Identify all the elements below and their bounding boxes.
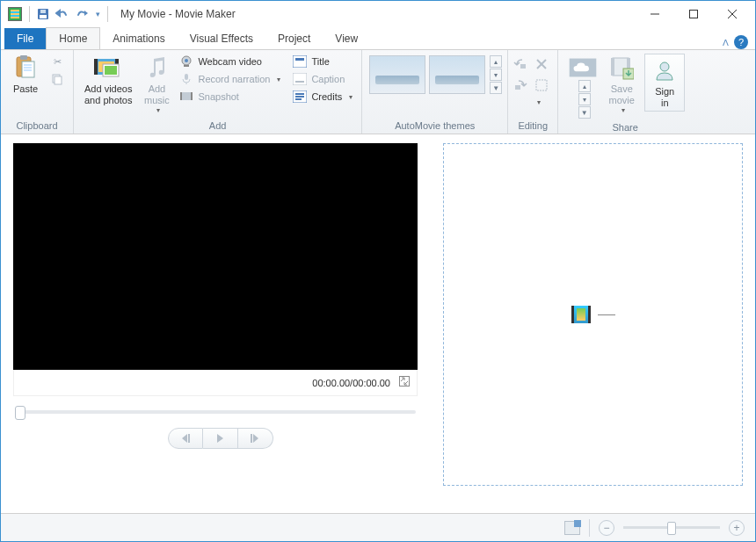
tab-animations[interactable]: Animations [100,28,177,49]
play-button[interactable] [203,428,238,449]
rotate-right-button[interactable] [513,78,531,96]
svg-rect-27 [180,92,182,100]
maximize-button[interactable] [674,2,713,26]
title-icon [293,54,307,69]
share-down-button[interactable]: ▾ [578,93,591,105]
gallery-up-button[interactable]: ▴ [490,55,502,68]
select-icon [534,78,549,92]
webcam-video-button[interactable]: Webcam video [176,54,284,69]
remove-icon [534,57,549,71]
video-preview[interactable] [13,143,418,370]
share-up-button[interactable]: ▴ [578,80,591,92]
save-qat-button[interactable] [33,4,53,24]
svg-rect-2 [40,10,46,13]
redo-icon [75,8,89,20]
gallery-down-button[interactable]: ▾ [490,69,502,81]
filmstrip-icon [94,54,122,82]
tab-file[interactable]: File [4,28,46,49]
qat-customize-button[interactable]: ▾ [91,4,104,24]
record-narration-button[interactable]: Record narration [176,71,284,87]
webcam-icon [179,54,193,69]
collapse-ribbon-button[interactable]: ᐱ [723,38,729,47]
credits-button[interactable]: Credits [289,89,356,105]
copy-icon [50,72,64,86]
add-music-button[interactable]: Add music [137,52,176,116]
playback-controls [13,428,427,449]
save-movie-label: Save movie [609,83,635,106]
svg-rect-28 [191,92,193,100]
minimize-button[interactable] [636,2,674,26]
timeline-drop-area[interactable] [443,143,743,486]
svg-rect-34 [295,93,304,95]
rotate-left-icon [513,57,527,71]
sign-in-label: Sign in [655,86,674,109]
title-label: Title [311,56,329,67]
cut-button[interactable]: ✂ [47,54,68,69]
copy-button[interactable] [47,71,68,87]
automovie-theme-1[interactable] [369,55,425,94]
sign-in-button[interactable]: Sign in [644,54,685,112]
save-movie-icon [607,54,636,82]
tab-home[interactable]: Home [46,27,100,49]
window-title: My Movie - Movie Maker [120,8,236,20]
automovie-theme-2[interactable] [429,55,485,94]
separator [107,6,108,22]
prev-frame-button[interactable] [168,428,203,449]
group-clipboard-label: Clipboard [6,119,68,134]
title-button[interactable]: Title [289,54,356,69]
credits-icon [293,90,307,104]
group-automovie: ▴ ▾ ▼ AutoMovie themes [362,50,508,134]
paste-button[interactable]: Paste [6,52,45,97]
timecode: 00:00.00/00:00.00 [312,378,390,388]
tab-view[interactable]: View [323,28,370,49]
thumbnail-view-button[interactable] [564,521,580,535]
undo-qat-button[interactable] [53,4,72,24]
microphone-icon [179,72,193,86]
snapshot-button[interactable]: Snapshot [176,89,284,105]
svg-rect-26 [181,92,192,100]
svg-rect-50 [251,434,252,443]
share-more-button[interactable]: ▼ [578,106,591,119]
tab-visual-effects[interactable]: Visual Effects [178,28,265,49]
cloud-icon [569,54,597,82]
tab-project[interactable]: Project [265,28,323,49]
ribbon-tabs: File Home Animations Visual Effects Proj… [1,27,755,50]
caption-button[interactable]: Caption [289,71,356,87]
group-add: Add videos and photos Add music Webcam v… [74,50,362,134]
svg-rect-40 [515,85,520,90]
svg-rect-9 [22,61,34,77]
help-icon: ? [738,37,744,47]
remove-button[interactable] [534,57,552,75]
seek-slider[interactable] [15,410,416,414]
maximize-icon [688,9,699,19]
redo-qat-button[interactable] [72,4,91,24]
caption-label: Caption [311,74,345,84]
paste-label: Paste [13,83,38,95]
gallery-more-button[interactable]: ▼ [490,82,502,94]
zoom-out-button[interactable]: − [599,520,614,536]
svg-rect-41 [536,80,547,90]
save-icon [37,8,49,20]
svg-rect-44 [611,58,614,76]
zoom-slider[interactable] [623,526,720,529]
svg-rect-29 [293,55,307,68]
snapshot-icon [179,90,193,104]
fullscreen-icon [399,376,410,387]
snapshot-label: Snapshot [198,91,238,102]
help-button[interactable]: ? [734,35,748,49]
close-button[interactable] [713,2,752,26]
share-cloud-button[interactable]: ▴ ▾ ▼ [563,52,602,120]
next-frame-button[interactable] [238,428,273,449]
credits-label: Credits [311,91,342,102]
save-movie-button[interactable]: Save movie [602,52,641,116]
select-all-button[interactable] [534,78,552,96]
rotate-left-button[interactable] [513,57,531,75]
user-icon [651,56,679,84]
svg-rect-1 [40,15,47,18]
prev-frame-icon [179,433,192,444]
group-share-label: Share [563,120,687,135]
fullscreen-button[interactable] [399,376,410,389]
zoom-in-button[interactable]: + [729,520,745,536]
play-icon [214,433,225,444]
add-videos-photos-button[interactable]: Add videos and photos [79,52,137,108]
